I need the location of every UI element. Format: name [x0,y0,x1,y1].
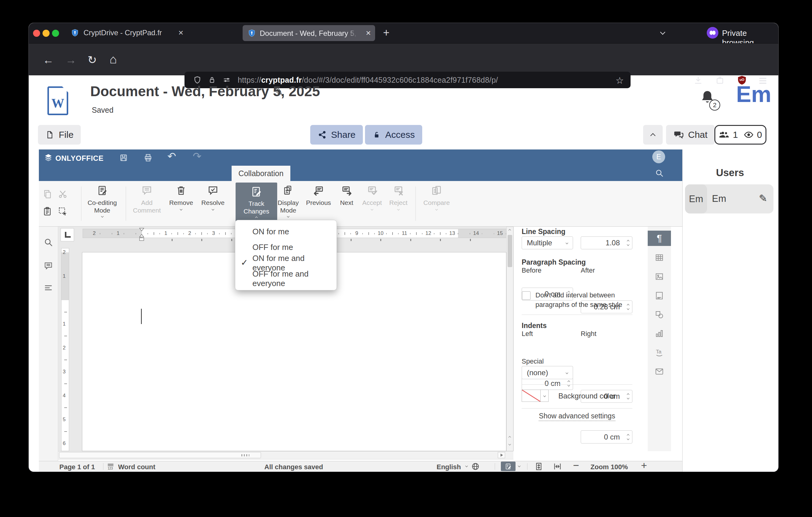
reject-change-button[interactable]: Reject [389,185,408,210]
line-spacing-value-input[interactable]: 1.08 [581,237,632,249]
horizontal-scrollbar-thumb[interactable] [59,452,261,458]
display-mode-button[interactable]: Display Mode [274,185,302,217]
home-button[interactable]: ⌂ [110,54,117,65]
resolve-comments-button[interactable]: Resolve [201,185,225,210]
bookmark-star-icon[interactable]: ☆ [616,75,624,86]
select-all-icon[interactable] [58,206,68,217]
image-settings-tab-icon[interactable] [655,272,664,281]
share-button[interactable]: Share [310,125,363,144]
mail-merge-tab-icon[interactable] [655,366,664,376]
extensions-puzzle-icon[interactable] [715,75,725,85]
scroll-right-button[interactable] [498,452,505,458]
search-icon[interactable] [655,168,664,178]
background-color-swatch[interactable] [522,389,541,402]
remove-comments-button[interactable]: Remove [169,185,193,210]
compare-button[interactable]: Compare [424,185,450,210]
language-selector[interactable]: English [437,463,461,471]
user-name: Em [712,193,726,204]
redo-icon[interactable]: ↷ [193,150,202,162]
share-icon [318,130,327,139]
navigation-panel-icon[interactable] [44,283,53,293]
copy-icon[interactable] [42,189,53,199]
reload-button[interactable]: ↻ [87,55,97,65]
zoom-in-button[interactable]: + [641,459,647,471]
tab-stop-selector[interactable] [61,228,74,241]
textart-settings-tab-icon[interactable] [655,348,664,357]
save-icon[interactable] [119,153,128,162]
menu-item-on-for-me[interactable]: ON for me [235,224,337,240]
track-changes-button-active[interactable]: Track Changes [236,183,277,225]
add-comment-button[interactable]: Add Comment [130,185,164,214]
user-list-item[interactable]: Em Em ✎ [685,184,774,214]
chart-settings-tab-icon[interactable] [655,329,664,338]
browser-tab-document-active[interactable]: Document - Wed, February 5, 20 × [242,25,375,41]
back-button[interactable]: ← [43,55,54,65]
spellcheck-globe-icon[interactable] [471,462,480,471]
page-count-label[interactable]: Page 1 of 1 [59,463,95,471]
special-indent-value-input[interactable]: 0 cm [581,430,632,443]
print-icon[interactable] [144,153,153,162]
forward-button[interactable]: → [65,55,77,65]
menu-item-off-for-me[interactable]: OFF for me [235,240,337,255]
comments-panel-icon[interactable] [44,261,53,271]
checkmark-icon: ✓ [241,257,248,268]
zoom-window-button[interactable] [52,30,59,37]
word-count-icon[interactable] [107,462,115,471]
previous-change-button[interactable]: Previous [306,185,331,207]
editors-count: 1 [733,130,738,140]
close-tab-icon[interactable]: × [178,28,183,38]
file-menu-button[interactable]: File [38,125,81,144]
account-avatar-initials[interactable]: Em [736,81,771,107]
presence-indicator[interactable]: 1 0 [715,125,766,144]
cut-scissors-icon[interactable] [58,189,68,199]
menu-tab-collaboration-active[interactable]: Collaboration [232,166,290,181]
fit-width-icon[interactable] [553,462,562,471]
browser-tab-cryptdrive[interactable]: CryptDrive - CryptPad.fr × [71,28,183,38]
table-settings-tab-icon[interactable] [655,253,664,263]
no-interval-checkbox[interactable] [522,291,530,300]
edit-user-name-pencil-icon[interactable]: ✎ [759,192,767,204]
zoom-out-button[interactable]: − [573,459,579,471]
new-tab-button[interactable]: + [383,26,389,39]
chat-button[interactable]: Chat [666,125,715,144]
find-icon[interactable] [44,237,53,247]
vertical-ruler[interactable]: 21123456 [61,248,69,451]
shape-settings-tab-icon[interactable] [655,310,664,320]
list-tabs-chevron-icon[interactable] [660,30,665,35]
show-advanced-settings-link[interactable]: Show advanced settings [539,412,615,421]
background-color-dropdown[interactable] [541,389,549,402]
downloads-icon[interactable] [693,75,703,85]
indent-markers[interactable] [139,227,145,242]
menu-item-on-for-everyone-checked[interactable]: ✓ ON for me and everyone [235,255,337,271]
word-document-icon: W [48,86,68,115]
word-count-label[interactable]: Word count [118,463,155,471]
notification-count-badge: 2 [709,100,720,111]
paragraph-settings-tab-active[interactable]: ¶ [648,230,671,246]
user-avatar[interactable]: E [652,151,665,163]
vertical-scrollbar-thumb[interactable] [508,235,512,267]
horizontal-scrollbar[interactable] [58,451,513,459]
collapse-toolbar-button[interactable] [643,125,663,144]
vertical-scrollbar[interactable] [506,227,513,451]
menu-item-off-for-everyone[interactable]: OFF for me and everyone [235,271,337,287]
track-changes-status-toggle-active[interactable] [501,462,516,471]
v-ruler-numbers: 21123456 [61,248,69,451]
browser-window: CryptDrive - CryptPad.fr × Document - We… [29,23,778,472]
fit-page-icon[interactable] [534,462,543,471]
minimize-window-button[interactable] [42,30,50,37]
document-title[interactable]: Document - Wed, February 5, 2025 [90,83,320,100]
special-indent-select[interactable]: (none) [522,366,573,379]
line-spacing-select[interactable]: Multiple [522,237,573,249]
rename-pencil-icon[interactable]: ✎ [273,84,283,98]
coediting-mode-button[interactable]: Co-editing Mode [85,185,120,217]
paste-icon[interactable] [42,206,53,217]
indent-right-label: Right [581,330,596,338]
close-window-button[interactable] [33,30,40,37]
header-footer-settings-tab-icon[interactable] [655,291,664,300]
next-change-button[interactable]: Next [340,185,353,207]
close-tab-icon[interactable]: × [366,28,371,38]
accept-change-button[interactable]: Accept [362,185,382,210]
access-button[interactable]: Access [365,125,422,144]
zoom-level-label[interactable]: Zoom 100% [590,463,628,471]
undo-icon[interactable]: ↶ [167,150,176,162]
